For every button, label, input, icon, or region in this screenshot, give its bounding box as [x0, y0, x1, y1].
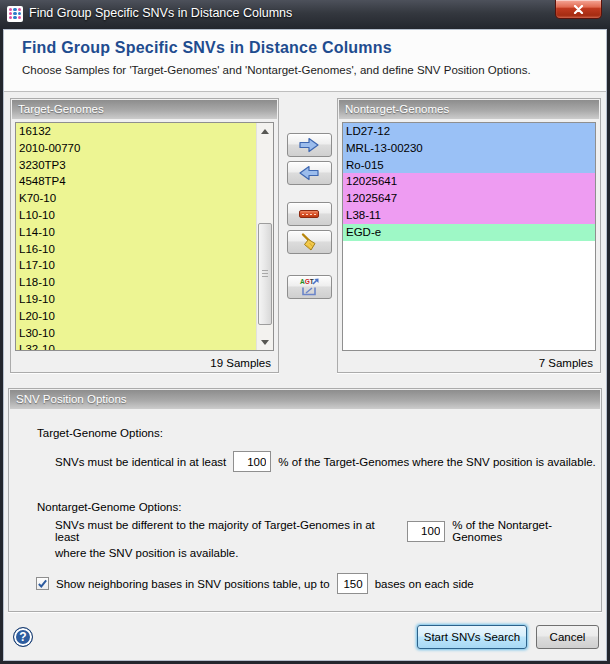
- list-item[interactable]: L10-10: [16, 207, 273, 224]
- nontarget-rule-text-before: SNVs must be different to the majority o…: [55, 519, 400, 543]
- window-title: Find Group Specific SNVs in Distance Col…: [29, 6, 292, 22]
- arrow-right-icon: [298, 137, 320, 153]
- target-samples-count: 19 Samples: [210, 357, 271, 369]
- header-band: Find Group Specific SNVs in Distance Col…: [4, 30, 606, 92]
- list-item[interactable]: 12025647: [343, 190, 595, 207]
- target-panel-title: Target-Genomes: [12, 100, 277, 119]
- list-item[interactable]: L30-10: [16, 325, 273, 342]
- neighbor-text-before: Show neighboring bases in SNV positions …: [56, 578, 330, 590]
- list-item[interactable]: L19-10: [16, 291, 273, 308]
- list-item[interactable]: L32-10: [16, 341, 273, 351]
- snv-options-title: SNV Position Options: [10, 390, 600, 409]
- page-title: Find Group Specific SNVs in Distance Col…: [22, 39, 606, 57]
- list-item[interactable]: L16-10: [16, 241, 273, 258]
- footer-bar: ? Start SNVs Search Cancel: [4, 620, 606, 660]
- list-item[interactable]: L17-10: [16, 257, 273, 274]
- nontarget-rule-text-line2: where the SNV position is available.: [55, 547, 238, 559]
- list-item[interactable]: K70-10: [16, 190, 273, 207]
- move-left-button[interactable]: [287, 161, 332, 185]
- title-bar[interactable]: Find Group Specific SNVs in Distance Col…: [0, 0, 610, 29]
- nontarget-genomes-list[interactable]: LD27-12 MRL-13-00230 Ro-015 12025641 120…: [342, 122, 596, 351]
- nontarget-options-heading: Nontarget-Genome Options:: [37, 501, 181, 513]
- nontarget-percent-input[interactable]: [407, 521, 445, 542]
- nontarget-genomes-panel: Nontarget-Genomes LD27-12 MRL-13-00230 R…: [337, 98, 601, 373]
- list-item[interactable]: 3230TP3: [16, 157, 273, 174]
- list-item[interactable]: L14-10: [16, 224, 273, 241]
- list-item[interactable]: Ro-015: [343, 157, 595, 174]
- start-snvs-search-button[interactable]: Start SNVs Search: [417, 625, 527, 649]
- triangle-up-icon: [261, 129, 269, 134]
- target-options-heading: Target-Genome Options:: [37, 427, 163, 439]
- list-item[interactable]: 12025641: [343, 173, 595, 190]
- target-rule-text-after: % of the Target-Genomes where the SNV po…: [278, 456, 596, 468]
- remove-button[interactable]: [287, 202, 332, 226]
- snv-position-options-panel: SNV Position Options Target-Genome Optio…: [8, 388, 602, 612]
- page-subtitle: Choose Samples for 'Target-Genomes' and …: [22, 64, 606, 76]
- close-button[interactable]: [555, 0, 602, 19]
- close-icon: [573, 5, 584, 14]
- list-item[interactable]: 4548TP4: [16, 173, 273, 190]
- nontarget-rule-text-after: % of the Nontarget-Genomes: [452, 519, 601, 543]
- list-item[interactable]: LD27-12: [343, 123, 595, 140]
- snv-table-button[interactable]: AGT: [287, 275, 332, 299]
- clear-button[interactable]: [287, 230, 332, 254]
- target-percent-input[interactable]: [233, 451, 271, 472]
- scroll-down-button[interactable]: [257, 334, 273, 350]
- neighbor-bases-checkbox[interactable]: [36, 577, 49, 590]
- list-item[interactable]: L18-10: [16, 274, 273, 291]
- list-item[interactable]: MRL-13-00230: [343, 140, 595, 157]
- move-right-button[interactable]: [287, 133, 332, 157]
- target-genomes-panel: Target-Genomes 16132 2010-00770 3230TP3 …: [10, 98, 279, 373]
- cancel-button[interactable]: Cancel: [536, 625, 599, 649]
- app-logo-icon: [7, 6, 23, 22]
- triangle-down-icon: [261, 340, 269, 345]
- checkmark-icon: [37, 578, 48, 589]
- question-mark-icon: ?: [19, 630, 26, 644]
- neighbor-text-after: bases on each side: [375, 578, 474, 590]
- list-item[interactable]: L20-10: [16, 308, 273, 325]
- target-rule-text-before: SNVs must be identical in at least: [55, 456, 226, 468]
- agt-export-icon: AGT: [297, 277, 321, 298]
- list-item[interactable]: L38-11: [343, 207, 595, 224]
- transfer-buttons: AGT: [281, 133, 337, 299]
- dialog-window: Find Group Specific SNVs in Distance Col…: [0, 0, 610, 664]
- nontarget-samples-count: 7 Samples: [539, 357, 593, 369]
- red-minus-icon: [299, 210, 319, 218]
- nontarget-panel-title: Nontarget-Genomes: [339, 100, 599, 119]
- scroll-thumb[interactable]: [258, 223, 272, 325]
- target-genomes-list[interactable]: 16132 2010-00770 3230TP3 4548TP4 K70-10 …: [15, 122, 274, 351]
- neighbor-bases-input[interactable]: [337, 573, 368, 594]
- scrollbar[interactable]: [256, 123, 273, 350]
- list-item[interactable]: 16132: [16, 123, 273, 140]
- arrow-left-icon: [298, 165, 320, 181]
- dialog-body: Find Group Specific SNVs in Distance Col…: [3, 29, 607, 661]
- broom-icon: [299, 232, 319, 252]
- svg-text:AGT: AGT: [300, 278, 314, 285]
- list-item[interactable]: 2010-00770: [16, 140, 273, 157]
- help-button[interactable]: ?: [13, 627, 33, 647]
- list-item[interactable]: EGD-e: [343, 224, 595, 241]
- scroll-up-button[interactable]: [257, 123, 273, 139]
